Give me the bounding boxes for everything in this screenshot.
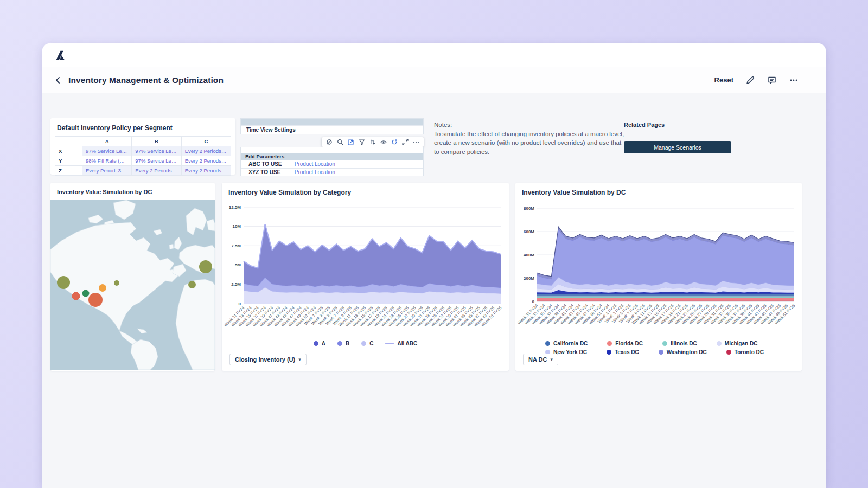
clear-filter-icon[interactable] bbox=[326, 139, 333, 145]
edit-parameters-label: Edit Parameters bbox=[241, 153, 289, 159]
dc-chart-title: Inventory Value Simulation by DC bbox=[515, 183, 802, 201]
policy-cell[interactable]: 97% Service Level (DV) bbox=[132, 146, 181, 156]
policy-cell[interactable]: 97% Service Level (DV) bbox=[82, 146, 132, 156]
notes-label: Notes: bbox=[434, 120, 625, 130]
svg-text:12.5M: 12.5M bbox=[229, 205, 241, 210]
map-bubble[interactable] bbox=[82, 290, 90, 297]
svg-text:800M: 800M bbox=[524, 206, 534, 211]
svg-text:0: 0 bbox=[239, 301, 241, 306]
policy-panel: Default Inventory Policy per Segment A B… bbox=[50, 118, 235, 175]
svg-text:600M: 600M bbox=[524, 229, 534, 234]
notes-text: To simulate the effect of changing inven… bbox=[434, 130, 625, 157]
legend-item[interactable]: California DC bbox=[545, 341, 588, 346]
legend-item[interactable]: Florida DC bbox=[607, 341, 643, 346]
category-chart-title: Inventory Value Simulation by Category bbox=[222, 183, 509, 201]
map-bubble[interactable] bbox=[199, 260, 212, 273]
world-map bbox=[50, 200, 215, 370]
title-actions: Reset bbox=[714, 75, 814, 85]
manage-scenarios-button[interactable]: Manage Scenarios bbox=[624, 141, 731, 153]
legend-item[interactable]: C bbox=[361, 341, 373, 346]
related-pages-block: Related Pages Manage Scenarios bbox=[624, 121, 732, 159]
table-row: Z Every Period: 3 Periods ... Every 2 Pe… bbox=[55, 166, 231, 176]
row-label-x: X bbox=[55, 146, 82, 156]
policy-cell[interactable]: Every 2 Periods : 4 Perio... bbox=[132, 166, 181, 176]
show-hide-icon[interactable] bbox=[380, 139, 387, 145]
svg-text:200M: 200M bbox=[524, 276, 534, 281]
table-row: X 97% Service Level (DV) 97% Service Lev… bbox=[55, 146, 231, 156]
row-label-z: Z bbox=[55, 166, 82, 176]
reset-button[interactable]: Reset bbox=[714, 76, 733, 84]
policy-cell[interactable]: Every 2 Periods : 4 Perio... bbox=[181, 156, 231, 166]
table-row: Y 98% Fill Rate (DV) 97% Service Level (… bbox=[55, 156, 231, 166]
legend-item[interactable]: B bbox=[337, 341, 349, 346]
notes-block: Notes: To simulate the effect of changin… bbox=[434, 120, 625, 157]
legend-item[interactable]: A bbox=[314, 341, 326, 346]
legend-dot bbox=[337, 341, 342, 346]
expand-icon[interactable] bbox=[402, 139, 409, 145]
page-title: Inventory Management & Optimization bbox=[68, 75, 224, 85]
dc-selector[interactable]: NA DC▾ bbox=[523, 354, 558, 365]
anaplan-logo-icon bbox=[54, 49, 66, 61]
policy-cell[interactable]: Every 2 Periods : 4 Perio... bbox=[181, 146, 231, 156]
page-body: Default Inventory Policy per Segment A B… bbox=[42, 93, 826, 488]
policy-panel-title: Default Inventory Policy per Segment bbox=[50, 118, 235, 136]
sort-icon[interactable] bbox=[369, 139, 376, 145]
col-header-b: B bbox=[132, 137, 181, 146]
map-panel-title: Inventory Value Simulation by DC bbox=[50, 183, 215, 200]
app-card: Inventory Management & Optimization Rese… bbox=[42, 43, 826, 488]
category-area-chart: 02.5M5M7.5M10M12.5MWeek 31 FY24Week 33 F… bbox=[222, 201, 504, 337]
svg-text:400M: 400M bbox=[524, 253, 534, 258]
policy-cell[interactable]: Every Period: 3 Periods ... bbox=[82, 166, 132, 176]
legend-item[interactable]: Illinois DC bbox=[662, 341, 697, 346]
settings-panel: Time View Settings Ed bbox=[240, 118, 424, 175]
map-bubble[interactable] bbox=[57, 276, 70, 289]
policy-cell[interactable]: 98% Fill Rate (DV) bbox=[82, 156, 132, 166]
title-bar: Inventory Management & Optimization Rese… bbox=[42, 67, 826, 93]
param-value-link[interactable]: Product Location bbox=[290, 169, 423, 175]
policy-cell[interactable]: Every 2 Periods : 4 Perio... bbox=[181, 166, 231, 176]
svg-text:7.5M: 7.5M bbox=[231, 243, 241, 248]
refresh-add-icon[interactable] bbox=[391, 139, 398, 145]
col-header-c: C bbox=[181, 137, 231, 146]
related-pages-label: Related Pages bbox=[624, 121, 732, 128]
svg-text:0: 0 bbox=[532, 299, 535, 304]
map-bubble[interactable] bbox=[99, 284, 106, 292]
policy-cell[interactable]: 97% Service Level (DV) :... bbox=[132, 156, 181, 166]
map-bubble[interactable] bbox=[88, 293, 103, 307]
svg-text:2.5M: 2.5M bbox=[231, 282, 241, 287]
back-chevron-icon[interactable] bbox=[54, 75, 64, 85]
param-row: XYZ TO USE Product Location bbox=[241, 168, 423, 176]
legend-item[interactable]: Michigan DC bbox=[717, 341, 758, 346]
chevron-down-icon: ▾ bbox=[550, 357, 553, 362]
more-icon[interactable] bbox=[413, 139, 419, 145]
map-panel: Inventory Value Simulation by DC bbox=[50, 183, 215, 371]
col-header-a: A bbox=[82, 137, 132, 146]
comment-icon[interactable] bbox=[767, 75, 777, 85]
logo-bar bbox=[42, 43, 826, 67]
dc-chart-legend: California DC Florida DC Illinois DC Mic… bbox=[515, 341, 776, 355]
param-value-link[interactable]: Product Location bbox=[290, 161, 423, 167]
policy-table: A B C X 97% Service Level (DV) 97% Servi… bbox=[55, 136, 231, 176]
search-icon[interactable] bbox=[337, 139, 343, 145]
row-label-y: Y bbox=[55, 156, 82, 166]
legend-dot bbox=[361, 341, 366, 346]
legend-item[interactable]: Washington DC bbox=[659, 349, 707, 355]
category-measure-selector[interactable]: Closing Inventory (U)▾ bbox=[229, 354, 307, 365]
category-chart-panel: Inventory Value Simulation by Category 0… bbox=[222, 183, 509, 371]
legend-item[interactable]: All ABC bbox=[385, 341, 417, 346]
map-bubble[interactable] bbox=[72, 292, 80, 300]
legend-item[interactable]: Toronto DC bbox=[726, 349, 764, 355]
legend-item[interactable]: Texas DC bbox=[607, 349, 639, 355]
open-in-new-icon[interactable] bbox=[348, 139, 354, 145]
chevron-down-icon: ▾ bbox=[298, 357, 301, 362]
map-bubble[interactable] bbox=[114, 280, 119, 286]
dc-area-chart: 0200M400M600M800MWeek 31 FY24Week 33 FY2… bbox=[515, 201, 797, 337]
time-view-settings-table: Time View Settings bbox=[240, 118, 424, 134]
filter-icon[interactable] bbox=[359, 139, 365, 145]
svg-text:5M: 5M bbox=[235, 262, 241, 267]
param-name: XYZ TO USE bbox=[241, 169, 290, 175]
more-icon[interactable] bbox=[789, 75, 799, 85]
map-bubble[interactable] bbox=[188, 281, 196, 288]
edit-parameters-table: Edit Parameters ABC TO USE Product Locat… bbox=[240, 147, 424, 176]
edit-icon[interactable] bbox=[745, 75, 755, 85]
